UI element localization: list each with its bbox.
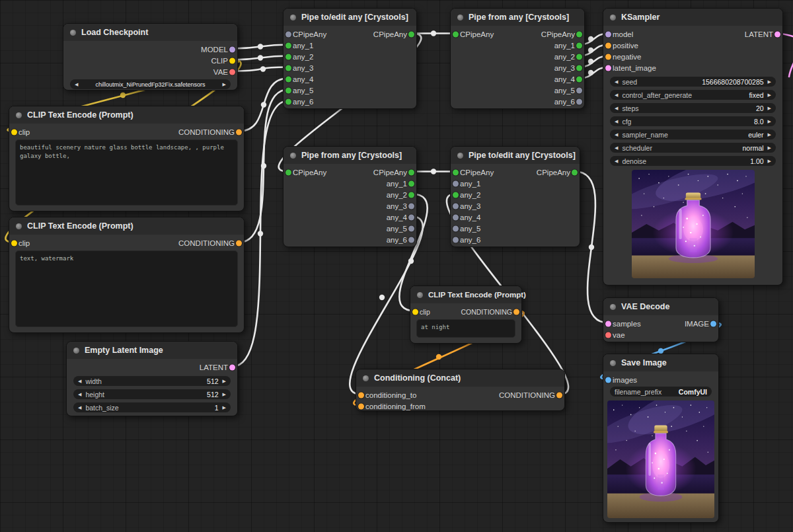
output-slot-dot[interactable] bbox=[576, 87, 582, 93]
decrement-arrow-icon[interactable]: ◀ bbox=[615, 132, 618, 137]
output-slot-dot[interactable] bbox=[408, 214, 414, 220]
input-slot-dot[interactable] bbox=[605, 54, 611, 59]
output-slot-dot[interactable] bbox=[229, 69, 235, 75]
decrement-arrow-icon[interactable]: ◀ bbox=[615, 159, 618, 164]
input-slot-dot[interactable] bbox=[358, 403, 364, 409]
output-slot-dot[interactable] bbox=[229, 46, 235, 52]
node-empty-latent-image[interactable]: Empty Latent Image LATENT ◀ width 512 ▶ … bbox=[66, 341, 238, 416]
input-slot-dot[interactable] bbox=[285, 65, 291, 71]
output-slot-dot[interactable] bbox=[513, 309, 519, 315]
input-slot-dot[interactable] bbox=[605, 42, 611, 48]
sampler-name-widget[interactable]: ◀ sampler_name euler ▶ bbox=[610, 130, 776, 139]
input-slot-dot[interactable] bbox=[285, 169, 291, 175]
increment-arrow-icon[interactable]: ▶ bbox=[768, 93, 771, 98]
height-widget[interactable]: ◀ height 512 ▶ bbox=[73, 389, 231, 399]
input-slot-dot[interactable] bbox=[285, 54, 291, 59]
output-slot-dot[interactable] bbox=[572, 169, 578, 175]
prev-arrow-icon[interactable]: ◀ bbox=[75, 82, 78, 87]
node-clip-text-encode-negative[interactable]: CLIP Text Encode (Prompt) clip CONDITION… bbox=[9, 217, 245, 333]
input-slot-dot[interactable] bbox=[605, 377, 611, 383]
filename-prefix-widget[interactable]: filename_prefix ComfyUI bbox=[610, 387, 712, 397]
output-slot-dot[interactable] bbox=[229, 57, 235, 63]
input-slot-dot[interactable] bbox=[358, 392, 364, 398]
node-titlebar[interactable]: CLIP Text Encode (Prompt) bbox=[410, 286, 521, 303]
output-slot-dot[interactable] bbox=[576, 76, 582, 82]
decrement-arrow-icon[interactable]: ◀ bbox=[78, 379, 81, 384]
node-titlebar[interactable]: VAE Decode bbox=[603, 298, 718, 315]
input-slot-dot[interactable] bbox=[285, 31, 291, 37]
node-clip-text-encode-night[interactable]: CLIP Text Encode (Prompt) clip CONDITION… bbox=[410, 285, 522, 344]
ksampler-preview-image[interactable] bbox=[632, 170, 755, 278]
prompt-textarea[interactable]: at night bbox=[416, 319, 515, 338]
output-slot-dot[interactable] bbox=[408, 237, 414, 243]
output-slot-dot[interactable] bbox=[576, 65, 582, 71]
batch-size-widget[interactable]: ◀ batch_size 1 ▶ bbox=[73, 402, 231, 412]
prompt-textarea[interactable]: text, watermark bbox=[15, 250, 238, 327]
increment-arrow-icon[interactable]: ▶ bbox=[768, 159, 771, 164]
control-after-generate-widget[interactable]: ◀ control_after_generate fixed ▶ bbox=[610, 90, 776, 100]
input-slot-dot[interactable] bbox=[453, 225, 459, 231]
output-slot-dot[interactable] bbox=[229, 364, 235, 370]
collapse-dot-icon[interactable] bbox=[290, 153, 296, 159]
input-slot-dot[interactable] bbox=[285, 76, 291, 82]
node-save-image[interactable]: Save Image images filename_prefix ComfyU… bbox=[603, 354, 719, 523]
input-slot-dot[interactable] bbox=[605, 321, 611, 326]
steps-widget[interactable]: ◀ steps 20 ▶ bbox=[610, 103, 776, 113]
output-slot-dot[interactable] bbox=[408, 225, 414, 231]
output-slot-dot[interactable] bbox=[710, 321, 716, 326]
input-slot-dot[interactable] bbox=[453, 214, 459, 220]
increment-arrow-icon[interactable]: ▶ bbox=[768, 132, 771, 137]
node-vae-decode[interactable]: VAE Decode samples IMAGE vae bbox=[603, 297, 719, 342]
input-slot-dot[interactable] bbox=[285, 98, 291, 104]
output-slot-dot[interactable] bbox=[408, 203, 414, 209]
output-slot-dot[interactable] bbox=[576, 98, 582, 104]
seed-widget[interactable]: ◀ seed 1566680208700285 ▶ bbox=[610, 77, 776, 87]
collapse-dot-icon[interactable] bbox=[16, 223, 22, 229]
input-slot-dot[interactable] bbox=[605, 332, 611, 338]
input-slot-dot[interactable] bbox=[285, 87, 291, 93]
node-titlebar[interactable]: CLIP Text Encode (Prompt) bbox=[9, 217, 244, 235]
input-slot-dot[interactable] bbox=[605, 31, 611, 37]
node-titlebar[interactable]: Empty Latent Image bbox=[67, 342, 237, 359]
decrement-arrow-icon[interactable]: ◀ bbox=[78, 392, 81, 397]
input-slot-dot[interactable] bbox=[11, 129, 17, 135]
node-pipe-to-any-2[interactable]: Pipe to/edit any [Crystools] CPipeAny CP… bbox=[450, 146, 580, 247]
node-titlebar[interactable]: CLIP Text Encode (Prompt) bbox=[9, 106, 244, 124]
collapse-dot-icon[interactable] bbox=[16, 112, 22, 118]
collapse-dot-icon[interactable] bbox=[610, 304, 616, 310]
input-slot-dot[interactable] bbox=[11, 240, 17, 246]
input-slot-dot[interactable] bbox=[412, 309, 418, 315]
decrement-arrow-icon[interactable]: ◀ bbox=[615, 145, 618, 151]
decrement-arrow-icon[interactable]: ◀ bbox=[78, 405, 81, 410]
node-titlebar[interactable]: KSampler bbox=[603, 9, 782, 26]
output-slot-dot[interactable] bbox=[236, 240, 242, 246]
output-slot-dot[interactable] bbox=[576, 31, 582, 37]
increment-arrow-icon[interactable]: ▶ bbox=[768, 145, 771, 151]
input-slot-dot[interactable] bbox=[453, 169, 459, 175]
node-pipe-from-any-1[interactable]: Pipe from any [Crystools] CPipeAny CPipe… bbox=[450, 8, 585, 109]
decrement-arrow-icon[interactable]: ◀ bbox=[615, 119, 618, 124]
input-slot-dot[interactable] bbox=[453, 180, 459, 186]
cfg-widget[interactable]: ◀ cfg 8.0 ▶ bbox=[610, 116, 776, 126]
collapse-dot-icon[interactable] bbox=[417, 292, 423, 298]
node-graph-canvas[interactable]: Load Checkpoint MODEL CLIP VAE ◀ chillou… bbox=[0, 0, 793, 532]
input-slot-dot[interactable] bbox=[453, 192, 459, 198]
output-slot-dot[interactable] bbox=[774, 31, 780, 37]
node-titlebar[interactable]: Conditioning (Concat) bbox=[356, 369, 564, 387]
output-slot-dot[interactable] bbox=[408, 31, 414, 37]
input-slot-dot[interactable] bbox=[453, 203, 459, 209]
output-slot-dot[interactable] bbox=[236, 129, 242, 135]
collapse-dot-icon[interactable] bbox=[457, 15, 463, 20]
collapse-dot-icon[interactable] bbox=[363, 375, 369, 381]
scheduler-widget[interactable]: ◀ scheduler normal ▶ bbox=[610, 143, 776, 153]
node-titlebar[interactable]: Pipe from any [Crystools] bbox=[283, 147, 416, 164]
node-titlebar[interactable]: Load Checkpoint bbox=[63, 24, 237, 41]
save-image-preview[interactable] bbox=[607, 400, 714, 518]
node-titlebar[interactable]: Pipe from any [Crystools] bbox=[451, 9, 584, 26]
collapse-dot-icon[interactable] bbox=[457, 153, 463, 159]
output-slot-dot[interactable] bbox=[408, 169, 414, 175]
increment-arrow-icon[interactable]: ▶ bbox=[223, 379, 226, 384]
increment-arrow-icon[interactable]: ▶ bbox=[223, 392, 226, 397]
node-load-checkpoint[interactable]: Load Checkpoint MODEL CLIP VAE ◀ chillou… bbox=[63, 23, 238, 91]
output-slot-dot[interactable] bbox=[408, 180, 414, 186]
